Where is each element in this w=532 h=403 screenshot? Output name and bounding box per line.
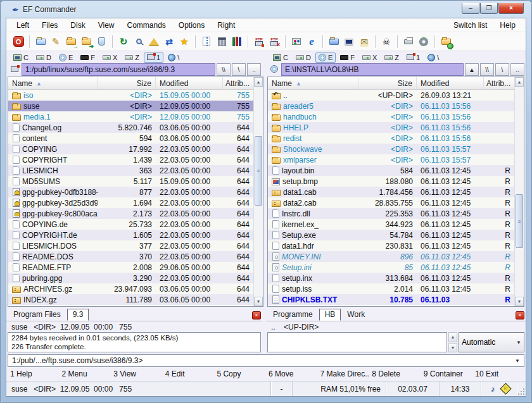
sync-button[interactable] [162, 34, 177, 49]
ftp-disconnect-button[interactable]: FTP [267, 34, 282, 49]
function-key-1[interactable]: 1 Help [8, 369, 60, 379]
table-row[interactable]: COPYING17.99222.03.05 00:00644 [8, 144, 253, 154]
drive-button-net[interactable]: \ [165, 53, 182, 63]
ftp-connect-button[interactable]: FTP [251, 34, 267, 49]
function-key-8[interactable]: 8 Delete [369, 369, 421, 379]
delete-button[interactable] [94, 34, 109, 49]
calculator-button[interactable] [214, 34, 229, 49]
filelist-close-button[interactable]: × [516, 311, 524, 319]
favorites-button[interactable] [177, 34, 192, 49]
table-row[interactable]: data1.hdr230.83106.11.03 12:45R [268, 240, 514, 251]
menu-item-left[interactable]: Left [10, 20, 35, 31]
column-size[interactable]: Size [98, 77, 156, 89]
table-row[interactable]: Setup.ini8506.11.03 12:45R [268, 262, 514, 273]
menu-item-disk[interactable]: Disk [64, 20, 91, 31]
refresh-button[interactable] [116, 34, 131, 49]
table-row[interactable]: gpg-pubkey-3d25d3d9-36e12...1.69422.03.0… [8, 197, 253, 208]
table-row[interactable]: ..<UP-DIR>26.09.03 13:21 [268, 90, 514, 101]
command-line-text[interactable]: 1:/pub/...e/ftp.suse.com/suse/i386/9.3> [12, 356, 512, 365]
table-row[interactable]: xmlparser<DIR>06.11.03 15:57 [268, 154, 514, 165]
new-folder-button[interactable] [326, 34, 341, 49]
my-computer-button[interactable] [341, 34, 357, 49]
title-bar[interactable]: ✒ EF Commander – ❐ × [6, 0, 526, 18]
menu-item-view[interactable]: View [92, 20, 121, 31]
table-row[interactable]: layout.bin58406.11.03 12:45R [268, 165, 514, 176]
table-row[interactable]: Setup.exe54.78406.11.03 12:45R [268, 230, 514, 240]
internet-explorer-button[interactable] [304, 34, 319, 49]
multi-volume-button[interactable] [229, 34, 244, 49]
warning-sign-icon[interactable] [500, 385, 510, 394]
table-row[interactable]: CHIPKLSB.TXT10.78506.11.03R [268, 294, 514, 305]
minimize-button[interactable]: – [462, 3, 479, 14]
table-row[interactable]: areader5<DIR>06.11.03 15:56 [268, 101, 514, 111]
drive-button-c[interactable]: C [10, 53, 32, 63]
control-panel-button[interactable] [289, 34, 304, 49]
table-row[interactable]: handbuch<DIR>06.11.03 15:56 [268, 111, 514, 122]
maximize-button[interactable]: ❐ [480, 3, 498, 14]
table-row[interactable]: data1.cab1.784.45606.11.03 12:45R [268, 187, 514, 197]
column-attrib[interactable]: Attrib... [223, 77, 253, 89]
web-folder-button[interactable] [438, 34, 453, 49]
menu-item-files[interactable]: Files [35, 20, 64, 31]
drive-button-z[interactable]: Z [122, 53, 142, 63]
function-key-3[interactable]: 3 View [111, 369, 163, 379]
eject-button[interactable]: ▲ [465, 63, 479, 76]
drive-button-z[interactable]: Z [381, 53, 402, 63]
tab-9.3[interactable]: 9.3 [67, 309, 89, 321]
table-row[interactable]: redist<DIR>06.11.03 15:56 [268, 133, 514, 144]
table-row[interactable]: ChangeLog5.820.74603.06.05 00:00644 [8, 122, 253, 133]
search-button[interactable] [131, 34, 146, 49]
transfer-mode-combobox[interactable]: Automatic ▼ [459, 332, 524, 352]
scroll-thumb[interactable] [255, 136, 262, 206]
function-key-10[interactable]: 10 Exit [472, 369, 524, 379]
table-row[interactable]: MD5SUMS5.11715.09.05 00:00644 [8, 176, 253, 187]
email-button[interactable] [357, 34, 372, 49]
open-folder-button[interactable] [33, 34, 48, 49]
column-size[interactable]: Size [358, 77, 417, 89]
table-row[interactable]: gpg-pubkey-0dfb3188-41ed9...87722.03.05 … [8, 187, 253, 197]
tab-programme[interactable]: Programme [267, 309, 319, 321]
scroll-up-icon[interactable]: ▲ [515, 77, 524, 87]
table-row[interactable]: data2.cab28.835.75506.11.03 12:45R [268, 197, 514, 208]
spin-up-icon[interactable]: ▲ [448, 332, 457, 342]
function-key-4[interactable]: 4 Edit [163, 369, 215, 379]
drive-button-x[interactable]: X [359, 53, 380, 63]
command-line[interactable]: 1:/pub/...e/ftp.suse.com/suse/i386/9.3> … [8, 354, 524, 367]
filelist-close-button[interactable]: × [252, 311, 261, 319]
scroll-up-icon[interactable]: ▲ [254, 77, 263, 87]
network-root-button[interactable]: \\ [217, 63, 231, 76]
table-row[interactable]: setup.bmp188.08006.11.03 12:45R [268, 176, 514, 187]
table-row[interactable]: HHELP<DIR>06.11.03 15:56 [268, 122, 514, 133]
root-button[interactable]: \ [495, 63, 509, 76]
menu-item-commands[interactable]: Commands [121, 20, 172, 31]
resize-grip[interactable] [517, 387, 526, 396]
drive-button-e[interactable]: E [315, 53, 336, 63]
table-row[interactable]: suse<DIR>12.09.05 00:00755 [8, 101, 253, 111]
drive-button-net[interactable]: \ [424, 53, 442, 63]
parent-dir-button[interactable]: .. [247, 63, 261, 76]
network-root-button[interactable]: \\ [480, 63, 494, 76]
table-row[interactable]: media.1<DIR>12.09.05 00:00755 [8, 111, 253, 122]
function-key-6[interactable]: 6 Move [266, 369, 318, 379]
function-key-7[interactable]: 7 Make Direc... [318, 369, 370, 379]
drive-button-d[interactable]: D [33, 53, 54, 63]
history-dropdown-icon[interactable]: ▼ [515, 358, 520, 364]
function-key-9[interactable]: 9 Container [421, 369, 473, 379]
drive-button-f[interactable]: F [77, 53, 98, 63]
drive-button-x[interactable]: X [99, 53, 120, 63]
parent-dir-button[interactable]: .. [510, 63, 524, 76]
current-path-left[interactable]: 1:/pub/linux/suse/ftp.suse.com/suse/i386… [22, 63, 215, 76]
spin-down-icon[interactable]: ▼ [448, 343, 457, 353]
column-modified[interactable]: Modified [156, 77, 223, 89]
table-row[interactable]: COPYRIGHT1.43922.03.05 00:00644 [8, 154, 253, 165]
sound-icon[interactable] [488, 385, 498, 394]
table-row[interactable]: Instrc.dll225.35306.11.03 12:45R [268, 208, 514, 219]
menu-item-options[interactable]: Options [172, 20, 211, 31]
column-name[interactable]: Name▲ [268, 77, 358, 89]
scroll-thumb[interactable] [516, 194, 523, 248]
table-row[interactable]: INDEX.gz111.78903.06.05 00:00644 [8, 294, 253, 305]
table-row[interactable]: COPYING.de25.73322.03.05 00:00644 [8, 219, 253, 230]
drive-button-f[interactable]: F [337, 53, 358, 63]
close-button[interactable]: × [498, 3, 524, 14]
power-button[interactable]: O [11, 34, 26, 49]
